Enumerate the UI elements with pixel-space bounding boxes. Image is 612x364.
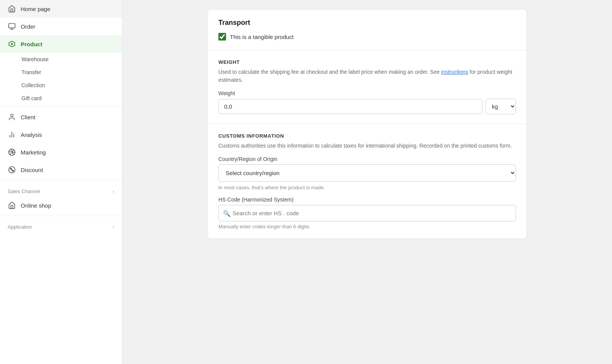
transport-card: Transport This is a tangible product WEI… xyxy=(207,9,527,239)
customs-description: Customs authorities use this information… xyxy=(218,142,516,150)
discount-icon xyxy=(8,166,16,174)
home-icon xyxy=(8,5,16,13)
sidebar-sub-item-collection[interactable]: Collection xyxy=(0,79,122,92)
weight-title: WEIGHT xyxy=(218,59,516,65)
instructions-link[interactable]: instructions xyxy=(441,69,468,75)
transport-section: Transport This is a tangible product xyxy=(208,10,527,50)
sidebar-item-online-shop[interactable]: Online shop xyxy=(0,197,122,214)
sidebar-item-marketing[interactable]: Marketing xyxy=(0,143,122,161)
divider-2 xyxy=(0,180,122,180)
hs-search-input[interactable] xyxy=(218,205,516,221)
sidebar-item-label: Product xyxy=(21,41,42,47)
hs-search-wrapper: 🔍 xyxy=(218,205,516,221)
svg-rect-0 xyxy=(9,24,15,28)
sidebar-item-discount[interactable]: Discount xyxy=(0,161,122,179)
customs-title: CUSTOMS INFORMATION xyxy=(218,133,516,139)
sidebar-item-order[interactable]: Order xyxy=(0,18,122,35)
sidebar-item-home-page[interactable]: Home page xyxy=(0,0,122,18)
unit-select[interactable]: kg lb oz g xyxy=(485,99,516,114)
divider-3 xyxy=(0,216,122,216)
weight-input-row: kg lb oz g xyxy=(218,99,516,114)
country-select-wrapper: Select country/region xyxy=(218,164,516,182)
sidebar-item-label: Online shop xyxy=(21,202,51,209)
sidebar-item-label: Discount xyxy=(21,167,43,173)
sales-channel-section: Sales Channel › xyxy=(0,182,122,197)
svg-point-4 xyxy=(11,114,13,117)
application-label: Application xyxy=(8,224,32,230)
country-select[interactable]: Select country/region xyxy=(218,164,516,182)
country-hint: In most cases, that's where the product … xyxy=(218,185,516,190)
sidebar-item-label: Client xyxy=(21,114,35,120)
sales-channel-label: Sales Channel xyxy=(8,188,40,194)
chevron-right-icon-2: › xyxy=(112,224,114,230)
tangible-product-row: This is a tangible product xyxy=(218,33,516,41)
order-icon xyxy=(8,22,16,31)
sidebar-sub-item-transfer[interactable]: Transfer xyxy=(0,66,122,79)
hs-hint: Manually enter codes longer than 6 digit… xyxy=(218,224,516,229)
divider xyxy=(0,106,122,107)
sidebar-sub-item-gift-card[interactable]: Gift card xyxy=(0,92,122,105)
country-label: Country/Region of Origin xyxy=(218,156,516,162)
client-icon xyxy=(8,113,16,121)
sidebar-sub-item-warehouse[interactable]: Warehouse xyxy=(0,53,122,66)
marketing-icon xyxy=(8,148,16,156)
search-icon: 🔍 xyxy=(223,210,231,217)
application-section[interactable]: Application › xyxy=(0,218,122,232)
sidebar-item-product[interactable]: Product xyxy=(0,35,122,53)
sidebar-item-client[interactable]: Client xyxy=(0,108,122,126)
sidebar-item-analysis[interactable]: Analysis xyxy=(0,126,122,143)
sidebar-item-label: Marketing xyxy=(21,149,46,156)
weight-field-label: Weight xyxy=(218,90,516,96)
sidebar-item-label: Analysis xyxy=(21,132,42,138)
content-wrapper: Transport This is a tangible product WEI… xyxy=(195,0,539,248)
transport-title: Transport xyxy=(218,19,516,27)
sidebar-item-label: Order xyxy=(21,23,35,30)
chevron-right-icon: › xyxy=(112,188,114,194)
analysis-icon xyxy=(8,130,16,139)
main-content: Transport This is a tangible product WEI… xyxy=(122,0,612,364)
product-icon xyxy=(8,40,16,48)
svg-rect-12 xyxy=(11,205,13,208)
shop-icon xyxy=(8,201,16,210)
tangible-checkbox-label[interactable]: This is a tangible product xyxy=(230,34,294,40)
weight-input[interactable] xyxy=(218,99,482,114)
weight-description: Used to calculate the shipping fee at ch… xyxy=(218,68,516,84)
sidebar: Home page Order Product Warehouse Transf… xyxy=(0,0,122,364)
tangible-checkbox[interactable] xyxy=(218,33,226,41)
hs-label: HS Code (Harmonized System) xyxy=(218,197,516,203)
customs-section: CUSTOMS INFORMATION Customs authorities … xyxy=(208,124,527,239)
weight-section: WEIGHT Used to calculate the shipping fe… xyxy=(208,50,527,123)
svg-point-3 xyxy=(11,43,13,45)
sidebar-item-label: Home page xyxy=(21,6,50,12)
